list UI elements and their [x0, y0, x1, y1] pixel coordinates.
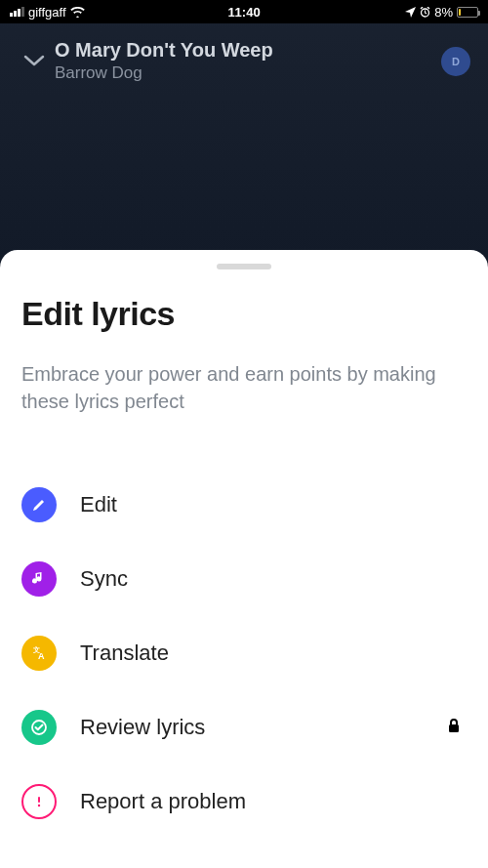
- wifi-icon: [70, 7, 85, 18]
- battery-icon: [457, 7, 478, 18]
- sheet-grabber[interactable]: [217, 264, 271, 269]
- menu-label-report: Report a problem: [80, 789, 467, 814]
- report-icon: [21, 784, 57, 819]
- sync-icon: [21, 561, 57, 597]
- carrier-label: giffgaff: [28, 5, 66, 20]
- menu-label-sync: Sync: [80, 566, 467, 592]
- review-icon: [21, 710, 57, 745]
- menu-label-edit: Edit: [80, 492, 467, 517]
- sheet-title: Edit lyrics: [21, 295, 467, 333]
- collapse-button[interactable]: [14, 55, 55, 68]
- menu-item-review[interactable]: Review lyrics: [21, 690, 467, 765]
- profile-badge-initial: D: [452, 56, 460, 67]
- location-icon: [405, 7, 416, 18]
- menu-item-translate[interactable]: 文A Translate: [21, 616, 467, 690]
- now-playing-header: O Mary Don't You Weep Barrow Dog D: [0, 23, 488, 83]
- svg-point-6: [38, 805, 40, 806]
- sheet-subtitle: Embrace your power and earn points by ma…: [21, 360, 467, 415]
- alarm-icon: [420, 7, 430, 18]
- svg-text:A: A: [38, 651, 45, 661]
- svg-rect-4: [449, 724, 459, 732]
- action-menu: Edit Sync 文A Translate Review lyrics: [21, 468, 467, 839]
- edit-icon: [21, 487, 57, 522]
- menu-item-sync[interactable]: Sync: [21, 542, 467, 616]
- profile-badge[interactable]: D: [441, 47, 470, 76]
- menu-item-edit[interactable]: Edit: [21, 468, 467, 542]
- translate-icon: 文A: [21, 636, 57, 671]
- battery-percentage: 8%: [434, 5, 453, 20]
- menu-label-review: Review lyrics: [80, 715, 447, 740]
- status-bar: giffgaff 11:40 8%: [0, 0, 488, 23]
- track-title: O Mary Don't You Weep: [55, 39, 441, 62]
- chevron-down-icon: [23, 55, 45, 68]
- svg-rect-5: [38, 797, 40, 803]
- clock: 11:40: [227, 5, 260, 20]
- menu-item-report[interactable]: Report a problem: [21, 765, 467, 839]
- menu-label-translate: Translate: [80, 641, 467, 666]
- edit-lyrics-sheet: Edit lyrics Embrace your power and earn …: [0, 250, 488, 868]
- track-artist: Barrow Dog: [55, 63, 441, 83]
- cell-signal-icon: [10, 7, 24, 17]
- lock-icon: [447, 718, 461, 737]
